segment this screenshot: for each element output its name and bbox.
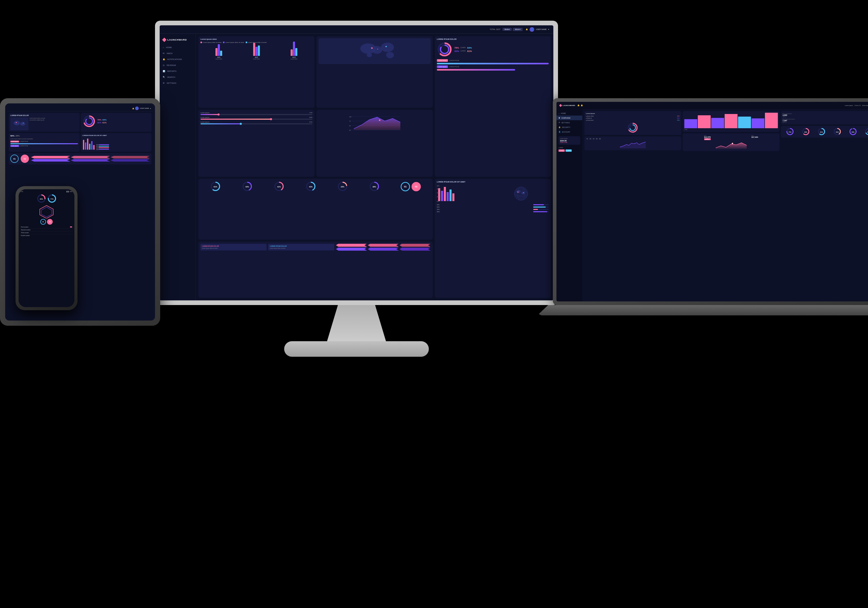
sidebar-item-inbox[interactable]: ✉ INBOX bbox=[160, 50, 195, 56]
svg-text:77%: 77% bbox=[50, 198, 53, 200]
tablet-arrow-2[interactable] bbox=[71, 156, 110, 159]
laptop-sidebar-settings[interactable]: ⚙ SETTINGS bbox=[556, 120, 582, 125]
laptop-sidebar-security[interactable]: 🔒 SECURITY bbox=[556, 125, 582, 129]
laptop-sidebar-account[interactable]: 👤 ACCOUNT bbox=[556, 129, 582, 134]
mini-donut-69: 69% bbox=[865, 128, 868, 136]
arrow-4[interactable] bbox=[336, 248, 367, 251]
circle-43b: 43% bbox=[305, 181, 316, 192]
laptop-lorem-btn-1[interactable]: LOREM bbox=[558, 149, 565, 152]
laptop-sidebar-overview[interactable]: ◉ OVERVIEW bbox=[556, 115, 582, 120]
user-profile: 🔔 👤 USER NAME ▾ bbox=[526, 27, 549, 32]
progress-item-1: Lorem ipsum 17% bbox=[200, 112, 312, 115]
lorem-red-title: LOREM IPSUM DOLOR bbox=[202, 245, 265, 247]
progress-item-3: Lorem ipsum 37% bbox=[200, 121, 312, 125]
svg-point-60 bbox=[20, 122, 25, 126]
slider-thumb-1[interactable] bbox=[217, 114, 220, 115]
arrow-2[interactable] bbox=[367, 244, 398, 247]
laptop-lorem-btn-2[interactable]: LOREM bbox=[566, 149, 572, 152]
lorem-btn-2[interactable]: Lorem ipsum bbox=[437, 65, 448, 68]
laptop-stats-time: 10AM-11AM bbox=[560, 142, 579, 143]
tablet-user: 🔔 👤 USER NAME ▾ bbox=[132, 106, 151, 110]
lorem-arrows-widget: LOREM IPSUM DOLOR Lorem ipsum dolor sit … bbox=[198, 242, 433, 298]
tablet-lorem-ipsum: LOREM IPSUM bbox=[20, 141, 28, 142]
laptop-topbar-right: Lorem ipsum Delete All Amet lorem 👤 ≡ bbox=[845, 104, 868, 107]
arrow-row-2 bbox=[336, 248, 430, 251]
tablet-map-svg bbox=[10, 117, 28, 130]
tablet-donut-stats: 78% 84% 31% 61% bbox=[98, 119, 107, 124]
laptop-stat-val-2: 68% bbox=[677, 117, 680, 119]
time-1w[interactable]: 1W bbox=[589, 138, 592, 140]
svg-text:94%: 94% bbox=[852, 131, 854, 133]
laptop-stats-row: Start $12,576 LOREM End $17,404 bbox=[683, 134, 780, 151]
laptop-donuts-row: 77% 62% bbox=[781, 126, 868, 137]
tablet-topbar: 🔔 👤 USER NAME ▾ bbox=[7, 106, 153, 111]
svg-rect-45 bbox=[453, 193, 454, 201]
dolor-sit-sub: Dolor sit bbox=[783, 116, 792, 117]
time-1m[interactable]: 1M bbox=[592, 138, 595, 140]
phone-menu-item-4[interactable]: Fourth screen bbox=[20, 234, 73, 237]
laptop-red-btn[interactable]: LOREM bbox=[704, 138, 711, 140]
bar-label-a01: A01 bbox=[217, 56, 220, 58]
progress-bar-lorem bbox=[437, 63, 549, 64]
laptop-notif-icon: 🔔 bbox=[581, 104, 583, 106]
tablet-stat-31: 31% bbox=[98, 121, 102, 124]
sidebar-item-reports[interactable]: 📊 REPORTS bbox=[160, 68, 195, 74]
laptop-topbar: LAUNCHWARD 🔔 🔔 Lorem ipsum Delete All Am… bbox=[556, 102, 868, 109]
tablet-btn-2[interactable]: Lorem ipsum bbox=[10, 145, 19, 147]
svg-text:28%: 28% bbox=[40, 198, 43, 200]
tablet-bar-svg bbox=[82, 137, 95, 150]
svg-text:100: 100 bbox=[349, 116, 352, 118]
phone-badge-01: 01 bbox=[40, 219, 46, 225]
laptop-device: LAUNCHWARD 🔔 🔔 Lorem ipsum Delete All Am… bbox=[553, 98, 868, 320]
tablet-progress-widget: 50% 29% Lorem ipsum dolor sit amet conse… bbox=[9, 133, 79, 152]
time-3m[interactable]: 3M bbox=[595, 138, 598, 140]
time-6m[interactable]: 6M bbox=[598, 138, 601, 140]
arrow-5[interactable] bbox=[367, 248, 398, 251]
topbar-button[interactable]: Button bbox=[502, 28, 512, 31]
laptop-sidebar-home[interactable]: ⌂ HOME bbox=[556, 111, 582, 115]
tablet-arrow-6[interactable] bbox=[110, 159, 150, 162]
sidebar-item-home[interactable]: ⌂ HOME bbox=[160, 45, 195, 50]
tablet-btn-1[interactable]: Lorem ipsum bbox=[10, 141, 19, 142]
svg-text:43%: 43% bbox=[309, 186, 313, 188]
circle-38: 38% bbox=[369, 181, 380, 192]
phone-menu-item-3[interactable]: Third screen bbox=[20, 232, 73, 234]
bar-sublabel-a02: Lorem dolor bbox=[253, 58, 260, 60]
bar-sublabel-a03: Lorem dolor bbox=[291, 58, 298, 60]
sidebar-item-notifications[interactable]: 🔔 NOTIFICATIONS bbox=[160, 56, 195, 62]
lorem-btn-1[interactable]: Lorem ipsum bbox=[437, 59, 448, 62]
tablet-badge-02: 02 bbox=[21, 155, 29, 163]
tablet-arrow-5[interactable] bbox=[71, 159, 110, 162]
bar-chart: A01 Lorem dolor bbox=[200, 44, 312, 60]
arrow-1[interactable] bbox=[336, 244, 367, 247]
mini-donut-62: 62% bbox=[801, 128, 810, 136]
laptop-sidebar: ⌂ HOME ◉ OVERVIEW ⚙ SETTINGS bbox=[556, 109, 582, 302]
total-label: TOTAL: $157 bbox=[490, 28, 501, 30]
bar-label-a02: A02 bbox=[255, 56, 258, 58]
phone-menu-item-1[interactable]: First screen bbox=[20, 225, 73, 229]
arrow-6[interactable] bbox=[400, 248, 431, 251]
arrow-3[interactable] bbox=[400, 244, 431, 247]
svg-rect-67 bbox=[83, 140, 84, 150]
sidebar-item-revenue[interactable]: ◎ REVENUE bbox=[160, 62, 195, 68]
slider-thumb-3[interactable] bbox=[240, 123, 242, 125]
phone-menu-item-2[interactable]: Second screen bbox=[20, 229, 73, 232]
sidebar-item-search[interactable]: 🔍 SEARCH bbox=[160, 74, 195, 80]
laptop-delete-all[interactable]: Delete All bbox=[854, 105, 860, 106]
tablet-arrow-1[interactable] bbox=[31, 156, 70, 159]
stat-31: 31% bbox=[454, 50, 459, 53]
sidebar-item-settings[interactable]: ⚙ SETTINGS bbox=[160, 80, 195, 86]
laptop-time-selector: 1D 1W 1M 3M 6M bbox=[584, 137, 681, 150]
tablet-progress-list: 69% 80% 30% bbox=[96, 144, 109, 150]
laptop-logo-icon bbox=[559, 104, 562, 107]
slider-thumb-2[interactable] bbox=[270, 118, 272, 120]
more-button[interactable]: More ▾ bbox=[513, 28, 522, 31]
tablet-arrow-3[interactable] bbox=[110, 156, 150, 159]
svg-rect-40 bbox=[438, 188, 440, 201]
laptop-w1-title: Lorem Ipsum bbox=[586, 113, 680, 114]
tablet-arrow-4[interactable] bbox=[31, 159, 70, 162]
time-1d[interactable]: 1D bbox=[586, 138, 589, 140]
bar-90t bbox=[99, 149, 109, 150]
avatar: 👤 bbox=[530, 27, 534, 32]
progress-label-1: Lorem ipsum bbox=[200, 112, 209, 114]
